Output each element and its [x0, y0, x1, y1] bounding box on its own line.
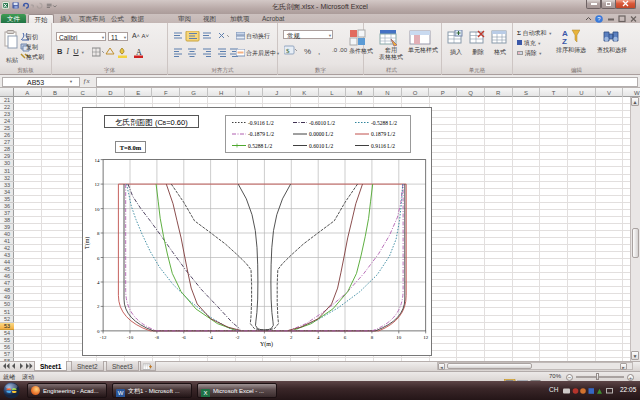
- svg-text:-8: -8: [155, 335, 160, 340]
- svg-text:4: 4: [97, 280, 100, 285]
- svg-text:Y(m): Y(m): [260, 341, 273, 348]
- svg-text:-6: -6: [182, 335, 187, 340]
- svg-text:6: 6: [97, 256, 100, 261]
- svg-text:$: $: [286, 47, 290, 55]
- svg-text:0: 0: [263, 335, 266, 340]
- svg-text:12: 12: [95, 182, 101, 187]
- svg-text:10: 10: [95, 207, 101, 212]
- svg-text:12: 12: [423, 335, 429, 340]
- svg-text:,: ,: [318, 47, 320, 56]
- svg-text:-2: -2: [235, 335, 240, 340]
- svg-text:6: 6: [344, 335, 347, 340]
- svg-text:A: A: [136, 48, 142, 57]
- svg-text:-10: -10: [127, 335, 134, 340]
- svg-text:2: 2: [290, 335, 293, 340]
- svg-text:8: 8: [371, 335, 374, 340]
- svg-text:Z: Z: [562, 37, 567, 45]
- svg-text:2: 2: [97, 304, 100, 309]
- svg-text:%: %: [304, 47, 311, 56]
- svg-text:-12: -12: [100, 335, 107, 340]
- svg-text:0: 0: [97, 329, 100, 334]
- svg-text:14: 14: [95, 158, 101, 163]
- svg-text:-4: -4: [209, 335, 214, 340]
- svg-text:8: 8: [97, 231, 100, 236]
- svg-text:4: 4: [317, 335, 320, 340]
- svg-text:10: 10: [396, 335, 402, 340]
- svg-text:T(m): T(m): [84, 237, 91, 249]
